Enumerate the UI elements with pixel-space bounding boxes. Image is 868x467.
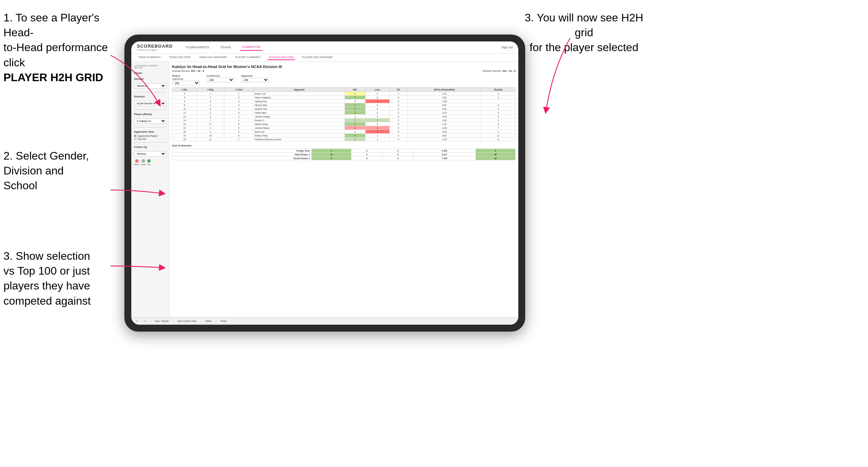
cell-rounds: 9 [481, 118, 516, 122]
cell-diff: -3.00 [407, 115, 481, 118]
cell-div: 6 [172, 99, 197, 103]
out-cell-diff: 7.400 [413, 156, 475, 160]
cell-tie: 0 [389, 111, 407, 115]
data-area: Katelyn Vo Head-to-Head Grid for Women's… [169, 62, 518, 324]
cell-conf: 3 [224, 107, 254, 111]
bottom-toolbar: ↩ ↪ | View: Original | Save Custom View … [131, 317, 518, 325]
cell-div: 9 [172, 103, 197, 107]
cell-div: 16 [172, 126, 197, 130]
sub-nav: TEAM SUMMARY TEAM H2H GRID TEAM H2H HEAT… [131, 54, 518, 62]
nav-committee[interactable]: COMMITTEE [240, 44, 263, 51]
col-tie: Tie [389, 88, 407, 92]
cell-div: 19 [172, 134, 197, 137]
cell-rounds: 3 [481, 111, 516, 115]
cell-reg: 2 [197, 96, 224, 99]
radio-opponents-played[interactable] [134, 135, 136, 137]
subnav-player-summary[interactable]: PLAYER SUMMARY [234, 55, 262, 60]
share-button[interactable]: Share [219, 319, 228, 323]
cell-div: 18 [172, 130, 197, 134]
out-cell-rounds: 2 [475, 149, 515, 153]
step1-bold: PLAYER H2H GRID [3, 71, 103, 84]
out-cell-diff: 4.500 [413, 149, 475, 153]
gender-select[interactable]: Women's [134, 83, 166, 88]
redo-button[interactable]: ↪ [142, 319, 147, 323]
table-row: 14 7 4 Eunice Yi 2 2 0 0.38 9 [172, 118, 516, 122]
conference-select[interactable]: (All) [207, 78, 234, 82]
legend-level-dot [142, 159, 145, 163]
cell-div: 10 [172, 107, 197, 111]
colour-by-select[interactable]: Win/loss [134, 151, 166, 156]
subnav-player-h2h-grid[interactable]: PLAYER H2H GRID [268, 55, 295, 60]
watch-button[interactable]: Watch [204, 319, 213, 323]
cell-win: 1 [345, 126, 366, 130]
record-row: Overall Record: 353 - 34 - 6 Division Re… [172, 69, 516, 73]
radio-opponents-label: Opponents Played [138, 135, 158, 137]
legend-up-label: Up [148, 163, 150, 165]
step3-bottom4: competed against [3, 295, 91, 307]
player-rank-label: Player (Rank) [134, 113, 166, 116]
subnav-team-h2h-heatmap[interactable]: TEAM H2H HEATMAP [198, 55, 228, 60]
cell-tie: 0 [389, 115, 407, 118]
radio-top100[interactable] [134, 138, 136, 140]
out-table: Foreign Team 1 0 0 4.500 2 NAIA Division… [172, 149, 516, 160]
nav-teams[interactable]: TEAMS [218, 44, 233, 50]
cell-reg: 2 [197, 111, 224, 115]
subnav-team-summary[interactable]: TEAM SUMMARY [137, 55, 162, 60]
cell-loss: 1 [365, 99, 389, 103]
cell-div: 13 [172, 115, 197, 118]
cell-loss: 0 [365, 103, 389, 107]
cell-diff: 4.00 [407, 107, 481, 111]
cell-diff: 3.67 [407, 103, 481, 107]
cell-opponent: Jessica Huang [254, 115, 345, 118]
legend-down-dot [135, 159, 139, 163]
out-of-division-title: Out of division [172, 144, 516, 147]
view-original-button[interactable]: View: Original [153, 319, 170, 323]
cell-diff: 1.50 [407, 92, 481, 96]
cell-rounds: 4 [481, 107, 516, 111]
conference-filter-label: Conference [207, 75, 234, 77]
out-cell-rounds: 10 [475, 156, 515, 160]
table-row: 18 2 2 Euna Lee 0 1 0 -5.00 2 [172, 130, 516, 134]
sign-out[interactable]: Sign out [501, 46, 513, 49]
opponents-select[interactable]: (All) [172, 81, 200, 85]
table-row: 11 2 5 Heejo Hyun 1 0 0 3.33 3 [172, 111, 516, 115]
cell-tie: 0 [389, 107, 407, 111]
step3-bottom1: 3. Show selection [3, 250, 90, 262]
cell-rounds: 4 [481, 92, 516, 96]
cell-loss: 1 [365, 130, 389, 134]
cell-tie: 0 [389, 99, 407, 103]
division-select[interactable]: NCAA Division III [134, 101, 166, 106]
cell-conf: 3 [224, 99, 254, 103]
out-table-row: NAIA Division 1 15 0 0 9.267 30 [172, 153, 516, 156]
player-rank-select[interactable]: 8. Katelyn Vo [134, 118, 166, 124]
opponent-select[interactable]: (All) [241, 78, 269, 82]
cell-reg: 3 [197, 99, 224, 103]
colour-by-label: Colour by [134, 145, 166, 149]
subnav-team-h2h-grid[interactable]: TEAM H2H GRID [168, 55, 192, 60]
cell-win: 2 [345, 107, 366, 111]
cell-diff: 1.25 [407, 122, 481, 126]
cell-reg: 8 [197, 122, 224, 126]
legend-down-label: Down [134, 163, 139, 165]
cell-opponent: Emily Chang [254, 134, 345, 137]
table-row: 6 3 3 Sydney Kuo 0 1 0 -1.00 [172, 99, 516, 103]
cell-loss: 0 [365, 122, 389, 126]
save-custom-button[interactable]: Save Custom View [176, 319, 198, 323]
cell-conf: 2 [224, 130, 254, 134]
out-cell-loss: 0 [351, 149, 383, 153]
subnav-player-h2h-heatmap[interactable]: PLAYER H2H HEATMAP [301, 55, 334, 60]
cell-opponent: Esther Lee [254, 92, 345, 96]
cell-opponent: Alexis Sudjianto [254, 96, 345, 99]
out-cell-name: NCAA Division 2 [172, 156, 312, 160]
cell-conf: 4 [224, 103, 254, 107]
out-cell-tie: 0 [383, 156, 414, 160]
logo-text: SCOREBOARD [137, 44, 173, 49]
undo-button[interactable]: ↩ [135, 319, 140, 323]
opponent-filter-label: Opponent [241, 75, 269, 77]
out-table-row: NCAA Division 2 5 0 0 7.400 10 [172, 156, 516, 160]
nav-tournaments[interactable]: TOURNAMENTS [183, 44, 211, 50]
cell-win: 2 [345, 118, 366, 122]
cell-conf: 1 [224, 92, 254, 96]
cell-conf: 5 [224, 122, 254, 126]
logo-sub: Powered by clippd [137, 49, 173, 51]
